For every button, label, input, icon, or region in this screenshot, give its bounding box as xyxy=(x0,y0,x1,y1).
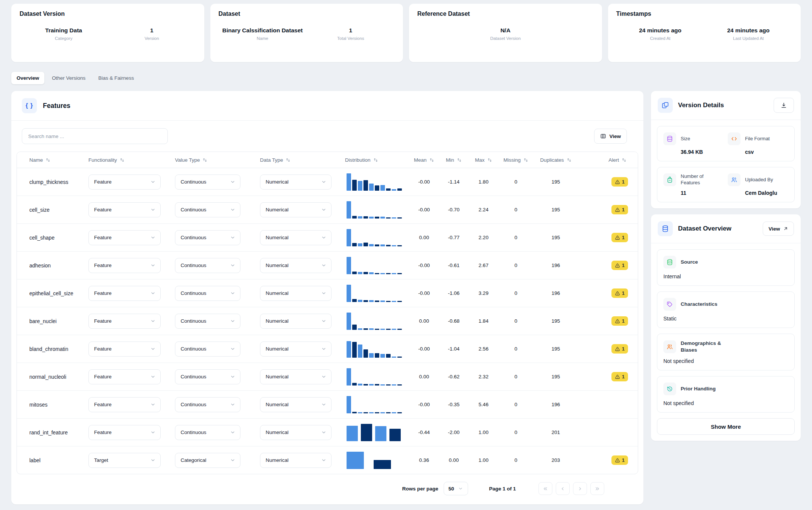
show-more-button[interactable]: Show More xyxy=(657,418,795,435)
data-type-select[interactable]: Numerical xyxy=(260,286,331,301)
alert-count: 1 xyxy=(622,235,625,240)
data-type-select[interactable]: Numerical xyxy=(260,230,331,245)
next-page-button[interactable] xyxy=(573,482,587,495)
histogram-bar xyxy=(369,300,374,302)
column-header-data-type[interactable]: Data Type xyxy=(260,157,345,163)
functionality-select[interactable]: Target xyxy=(88,453,161,468)
data-type-select[interactable]: Numerical xyxy=(260,202,331,217)
braces-icon xyxy=(22,98,37,113)
users-icon xyxy=(728,173,741,186)
first-page-button[interactable] xyxy=(538,482,552,495)
dataset-overview-view-button[interactable]: View xyxy=(763,222,794,236)
value-type-select[interactable]: Continuous xyxy=(175,202,240,217)
column-header-name[interactable]: Name xyxy=(17,157,88,163)
column-header-max[interactable]: Max xyxy=(468,157,499,163)
view-button[interactable]: View xyxy=(594,129,627,144)
value-type-select[interactable]: Continuous xyxy=(175,425,240,440)
tab-bias-fairness[interactable]: Bias & Fairness xyxy=(93,72,139,84)
detail-item-uploaded-by: Uploaded ByCem Daloglu xyxy=(728,173,788,196)
value-type-select[interactable]: Continuous xyxy=(175,397,240,412)
data-type-select[interactable]: Numerical xyxy=(260,258,331,273)
summary-stat-name: Binary Calssification DatasetName xyxy=(219,27,307,41)
alert-badge[interactable]: 1 xyxy=(611,316,628,326)
value-type-select[interactable]: Continuous xyxy=(175,230,240,245)
version-details-title: Version Details xyxy=(678,102,768,109)
sort-icon xyxy=(429,158,434,162)
data-type-select[interactable]: Numerical xyxy=(260,453,331,468)
value-type-select[interactable]: Continuous xyxy=(175,175,240,190)
alert-badge[interactable]: 1 xyxy=(611,205,628,214)
alert-badge[interactable]: 1 xyxy=(611,177,628,187)
functionality-select[interactable]: Feature xyxy=(88,286,161,301)
rows-per-page-select[interactable]: 50 xyxy=(444,482,468,495)
column-header-missing[interactable]: Missing xyxy=(499,157,533,163)
functionality-select[interactable]: Feature xyxy=(88,175,161,190)
cell-alert: 1 xyxy=(578,261,638,270)
functionality-select-value: Feature xyxy=(94,346,112,352)
column-header-alert[interactable]: Alert xyxy=(578,157,638,163)
data-type-select[interactable]: Numerical xyxy=(260,369,331,384)
distribution-chart xyxy=(347,285,403,302)
column-header-label: Missing xyxy=(503,157,521,163)
histogram-bar xyxy=(369,412,374,413)
data-type-select[interactable]: Numerical xyxy=(260,425,331,440)
dataset-overview-body: SourceInternalCharacteristicsStaticDemog… xyxy=(651,243,801,441)
distribution-chart xyxy=(347,452,403,469)
data-type-select-value: Numerical xyxy=(266,207,289,212)
functionality-select[interactable]: Feature xyxy=(88,425,161,440)
last-page-button[interactable] xyxy=(590,482,604,495)
value-type-select[interactable]: Continuous xyxy=(175,314,240,329)
functionality-select[interactable]: Feature xyxy=(88,342,161,357)
functionality-select[interactable]: Feature xyxy=(88,314,161,329)
functionality-select[interactable]: Feature xyxy=(88,202,161,217)
alert-badge[interactable]: 1 xyxy=(611,288,628,298)
cell-max: 2.20 xyxy=(468,235,499,240)
chevron-down-icon xyxy=(230,374,236,379)
data-type-select[interactable]: Numerical xyxy=(260,314,331,329)
alert-count: 1 xyxy=(622,346,625,352)
value-type-select[interactable]: Continuous xyxy=(175,342,240,357)
chevron-down-icon xyxy=(321,263,327,268)
functionality-select[interactable]: Feature xyxy=(88,258,161,273)
database-icon xyxy=(661,225,669,232)
table-row-adhesion: adhesionFeatureContinuousNumerical-0.00-… xyxy=(17,252,638,279)
value-type-select[interactable]: Continuous xyxy=(175,258,240,273)
alert-badge[interactable]: 1 xyxy=(611,372,628,381)
cell-min: -0.68 xyxy=(439,318,468,324)
histogram-bar xyxy=(386,217,391,219)
functionality-select[interactable]: Feature xyxy=(88,397,161,412)
chevron-down-icon xyxy=(321,235,327,240)
functionality-select-value: Feature xyxy=(94,290,112,296)
column-header-duplicates[interactable]: Duplicates xyxy=(533,157,578,163)
tab-other-versions[interactable]: Other Versions xyxy=(47,72,91,84)
download-button[interactable] xyxy=(774,98,794,113)
functionality-select[interactable]: Feature xyxy=(88,230,161,245)
alert-badge[interactable]: 1 xyxy=(611,261,628,270)
column-header-functionality[interactable]: Functionality xyxy=(88,157,175,163)
value-type-select[interactable]: Continuous xyxy=(175,369,240,384)
alert-badge[interactable]: 1 xyxy=(611,344,628,354)
column-header-distribution[interactable]: Distribution xyxy=(345,157,409,163)
search-input[interactable] xyxy=(22,128,168,144)
tab-overview[interactable]: Overview xyxy=(11,72,44,84)
prev-page-button[interactable] xyxy=(556,482,570,495)
feature-name: normal_nucleoli xyxy=(17,374,88,380)
column-header-mean[interactable]: Mean xyxy=(409,157,439,163)
alert-badge[interactable]: 1 xyxy=(611,455,628,465)
database-icon xyxy=(658,221,673,236)
version-details-panel: Version Details Size36.94 KBFile Formatc… xyxy=(651,91,801,208)
distribution-chart xyxy=(347,173,403,191)
functionality-select[interactable]: Feature xyxy=(88,369,161,384)
data-type-select[interactable]: Numerical xyxy=(260,342,331,357)
column-header-min[interactable]: Min xyxy=(439,157,468,163)
chevron-down-icon xyxy=(321,430,327,435)
column-header-value-type[interactable]: Value Type xyxy=(175,157,260,163)
data-type-select[interactable]: Numerical xyxy=(260,397,331,412)
data-type-select[interactable]: Numerical xyxy=(260,175,331,190)
value-type-select[interactable]: Continuous xyxy=(175,286,240,301)
value-type-select[interactable]: Categorical xyxy=(175,453,240,468)
feature-name: bland_chromatin xyxy=(17,346,88,352)
histogram-bar xyxy=(347,426,358,441)
alert-badge[interactable]: 1 xyxy=(611,233,628,242)
cell-max: 1.80 xyxy=(468,179,499,185)
